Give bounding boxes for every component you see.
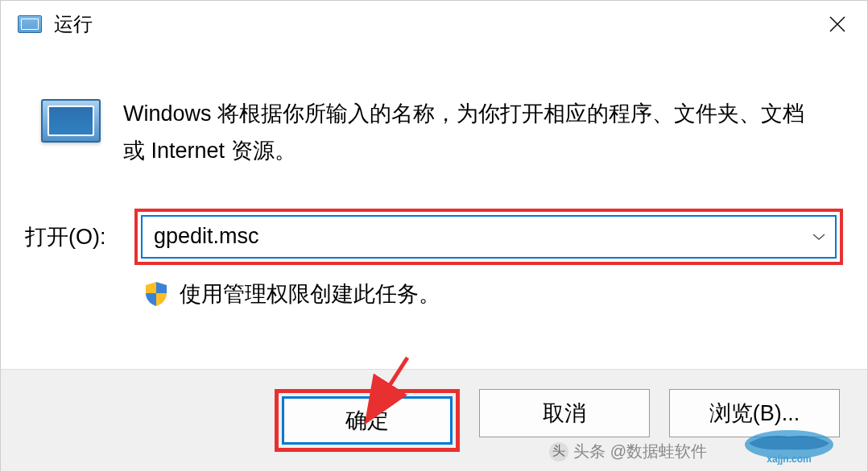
open-combobox[interactable] <box>141 215 837 259</box>
admin-privilege-text: 使用管理权限创建此任务。 <box>180 279 440 308</box>
dropdown-toggle[interactable] <box>803 217 835 257</box>
toutiao-watermark: 头 头条 @数据蛙软件 <box>549 441 707 462</box>
ok-button-highlight: 确定 <box>275 389 460 452</box>
run-dialog-icon <box>41 99 101 143</box>
toutiao-account-text: 头条 @数据蛙软件 <box>573 441 707 462</box>
run-app-icon <box>15 13 44 35</box>
close-button[interactable] <box>817 8 858 40</box>
ok-button[interactable]: 确定 <box>282 396 453 445</box>
open-label: 打开(O): <box>25 222 122 251</box>
open-input-row: 打开(O): <box>25 209 843 265</box>
close-icon <box>829 15 846 33</box>
description-row: Windows 将根据你所输入的名称，为你打开相应的程序、文件夹、文档或 Int… <box>25 96 843 170</box>
button-bar: 确定 取消 浏览(B)... <box>1 369 867 471</box>
cancel-button[interactable]: 取消 <box>479 389 650 437</box>
open-input[interactable] <box>143 217 803 255</box>
window-title: 运行 <box>54 11 817 37</box>
dialog-content: Windows 将根据你所输入的名称，为你打开相应的程序、文件夹、文档或 Int… <box>1 48 867 369</box>
toutiao-logo-icon: 头 <box>549 442 568 462</box>
run-dialog-window: 运行 Windows 将根据你所输入的名称，为你打开相应的程序、文件夹、文档或 … <box>0 0 868 472</box>
input-highlight-box <box>134 209 843 265</box>
admin-privilege-row: 使用管理权限创建此任务。 <box>144 279 843 308</box>
browse-button[interactable]: 浏览(B)... <box>669 389 840 437</box>
description-text: Windows 将根据你所输入的名称，为你打开相应的程序、文件夹、文档或 Int… <box>123 96 843 170</box>
titlebar: 运行 <box>1 1 867 48</box>
chevron-down-icon <box>812 233 826 241</box>
shield-icon <box>144 280 168 308</box>
